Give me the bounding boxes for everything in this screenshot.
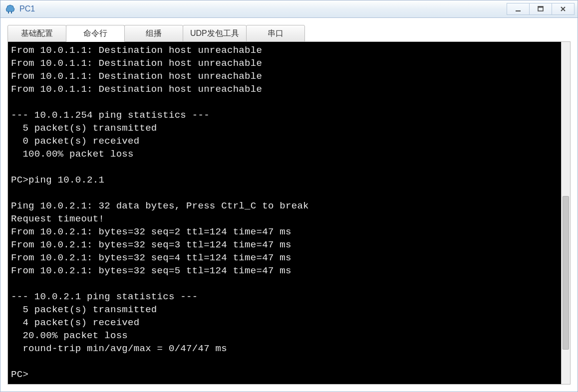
- window-title: PC1: [19, 4, 507, 13]
- app-icon: [4, 3, 15, 14]
- tab-label: 串口: [268, 28, 284, 39]
- tabs: 基础配置命令行组播UDP发包工具串口: [7, 25, 571, 42]
- content-area: 基础配置命令行组播UDP发包工具串口 From 10.0.1.1: Destin…: [0, 18, 578, 392]
- scroll-thumb[interactable]: [563, 196, 569, 350]
- tab-2[interactable]: 组播: [124, 25, 183, 42]
- close-button[interactable]: [552, 3, 575, 15]
- app-window: PC1 基础配置命令行组播UDP发包工具串口 From 10.0.1.1: De…: [0, 0, 578, 392]
- tab-0[interactable]: 基础配置: [7, 25, 66, 42]
- maximize-button[interactable]: [529, 3, 552, 15]
- window-controls: [507, 3, 575, 15]
- minimize-button[interactable]: [507, 3, 530, 15]
- svg-rect-2: [538, 6, 543, 7]
- tab-label: 命令行: [83, 28, 107, 39]
- tab-label: UDP发包工具: [190, 28, 239, 39]
- terminal-output[interactable]: From 10.0.1.1: Destination host unreacha…: [8, 42, 561, 384]
- tab-label: 基础配置: [21, 28, 53, 39]
- titlebar: PC1: [0, 0, 578, 18]
- svg-rect-0: [516, 10, 521, 11]
- tab-4[interactable]: 串口: [246, 25, 305, 42]
- tab-3[interactable]: UDP发包工具: [183, 25, 247, 42]
- tab-1[interactable]: 命令行: [66, 25, 125, 42]
- terminal-scrollbar[interactable]: [561, 42, 570, 384]
- terminal-panel: From 10.0.1.1: Destination host unreacha…: [7, 41, 571, 385]
- tab-label: 组播: [146, 28, 162, 39]
